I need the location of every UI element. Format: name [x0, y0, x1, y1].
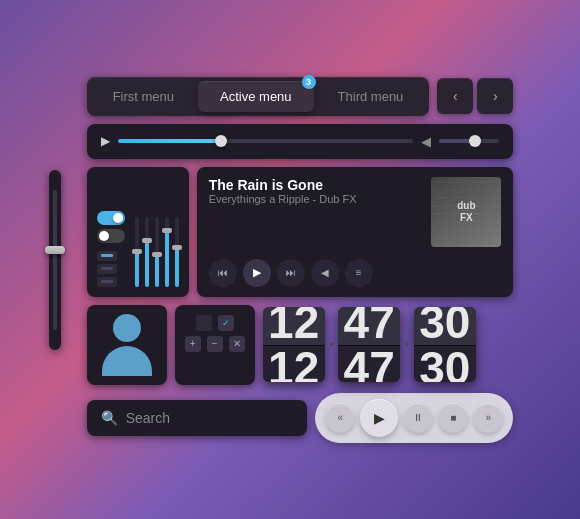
- tab-third[interactable]: Third menu: [316, 81, 426, 112]
- mp-play[interactable]: ▶: [360, 399, 398, 437]
- eq-slider-3[interactable]: [155, 207, 159, 287]
- eq-toggle-2[interactable]: [97, 229, 125, 243]
- mc-rewind[interactable]: ⏮: [209, 259, 237, 287]
- eq-music-row: The Rain is Gone Everythings a Ripple - …: [87, 167, 514, 297]
- toggle-knob-1: [113, 213, 123, 223]
- eq-controls: [97, 211, 125, 287]
- flip-minutes: 47 47: [338, 307, 400, 382]
- mc-list[interactable]: ≡: [345, 259, 373, 287]
- media-player: « ▶ ⏸ ■ »: [315, 393, 513, 443]
- flip-clock: 12 12 · 47 47 ·: [263, 307, 476, 382]
- avatar-body: [102, 346, 152, 376]
- play-button-small[interactable]: ▶: [101, 134, 110, 148]
- flip-sep-2: ·: [404, 333, 410, 356]
- mp-rewind[interactable]: «: [325, 403, 355, 433]
- vertical-slider-thumb[interactable]: [45, 246, 65, 254]
- eq-small-ctrl-2[interactable]: [97, 264, 117, 274]
- mp-stop[interactable]: ■: [438, 403, 468, 433]
- mp-forward[interactable]: »: [473, 403, 503, 433]
- eq-slider-1[interactable]: [135, 207, 139, 287]
- toggle-on[interactable]: [97, 211, 125, 225]
- progress-bar-row: ▶ ◀: [87, 124, 514, 159]
- avatar-head: [113, 314, 141, 342]
- bottom-row: 🔍 Search « ▶ ⏸ ■ »: [87, 393, 514, 443]
- vertical-slider-track: [53, 190, 57, 330]
- avatar: [102, 314, 152, 376]
- nav-arrows: ‹ ›: [437, 78, 513, 114]
- avatar-panel: [87, 305, 167, 385]
- cb-row-1: ✓: [185, 315, 245, 331]
- cb-add[interactable]: +: [185, 336, 201, 352]
- mc-volume[interactable]: ◀: [311, 259, 339, 287]
- search-placeholder: Search: [126, 410, 170, 426]
- search-bar[interactable]: 🔍 Search: [87, 400, 308, 436]
- flip-hours: 12 12: [263, 307, 325, 382]
- tab-first[interactable]: First menu: [91, 81, 196, 112]
- toggle-knob-2: [99, 231, 109, 241]
- volume-icon[interactable]: ◀: [421, 134, 431, 149]
- song-artist: Everythings a Ripple - Dub FX: [209, 193, 424, 205]
- mp-pause[interactable]: ⏸: [403, 403, 433, 433]
- eq-small-ctrl-1[interactable]: [97, 251, 117, 261]
- mc-fast-forward[interactable]: ⏭: [277, 259, 305, 287]
- flip-sep-1: ·: [329, 333, 335, 356]
- flip-seconds: 30 30: [414, 307, 476, 382]
- nav-next-button[interactable]: ›: [477, 78, 513, 114]
- widgets-row: ✓ + − ✕ 12 12 ·: [87, 305, 514, 385]
- song-title: The Rain is Gone: [209, 177, 424, 193]
- checkbox-2[interactable]: ✓: [218, 315, 234, 331]
- eq-slider-5[interactable]: [175, 207, 179, 287]
- music-info-row: The Rain is Gone Everythings a Ripple - …: [209, 177, 502, 247]
- volume-thumb[interactable]: [469, 135, 481, 147]
- vertical-slider[interactable]: [49, 170, 61, 350]
- toggle-off[interactable]: [97, 229, 125, 243]
- music-controls: ⏮ ▶ ⏭ ◀ ≡: [209, 259, 502, 287]
- eq-slider-4[interactable]: [165, 207, 169, 287]
- cb-close[interactable]: ✕: [229, 336, 245, 352]
- album-art: dubFX: [431, 177, 501, 247]
- mc-play[interactable]: ▶: [243, 259, 271, 287]
- menu-tabs: First menu Active menu 3 Third menu: [87, 77, 430, 116]
- eq-sliders: [135, 207, 179, 287]
- cb-remove[interactable]: −: [207, 336, 223, 352]
- nav-prev-button[interactable]: ‹: [437, 78, 473, 114]
- progress-track[interactable]: [118, 139, 414, 143]
- music-text: The Rain is Gone Everythings a Ripple - …: [209, 177, 424, 205]
- menu-row: First menu Active menu 3 Third menu ‹ ›: [87, 77, 514, 116]
- checkbox-1[interactable]: [196, 315, 212, 331]
- badge-count: 3: [302, 75, 316, 89]
- checkbox-panel: ✓ + − ✕: [175, 305, 255, 385]
- music-info-panel: The Rain is Gone Everythings a Ripple - …: [197, 167, 514, 297]
- search-icon: 🔍: [101, 410, 118, 426]
- eq-toggle-1[interactable]: [97, 211, 125, 225]
- cb-row-2: + − ✕: [185, 336, 245, 352]
- eq-slider-2[interactable]: [145, 207, 149, 287]
- album-label: dubFX: [457, 200, 475, 224]
- eq-small-ctrl-3[interactable]: [97, 277, 117, 287]
- tab-active[interactable]: Active menu 3: [198, 81, 314, 112]
- volume-track[interactable]: [439, 139, 499, 143]
- progress-fill: [118, 139, 221, 143]
- progress-thumb[interactable]: [215, 135, 227, 147]
- equalizer-panel: [87, 167, 189, 297]
